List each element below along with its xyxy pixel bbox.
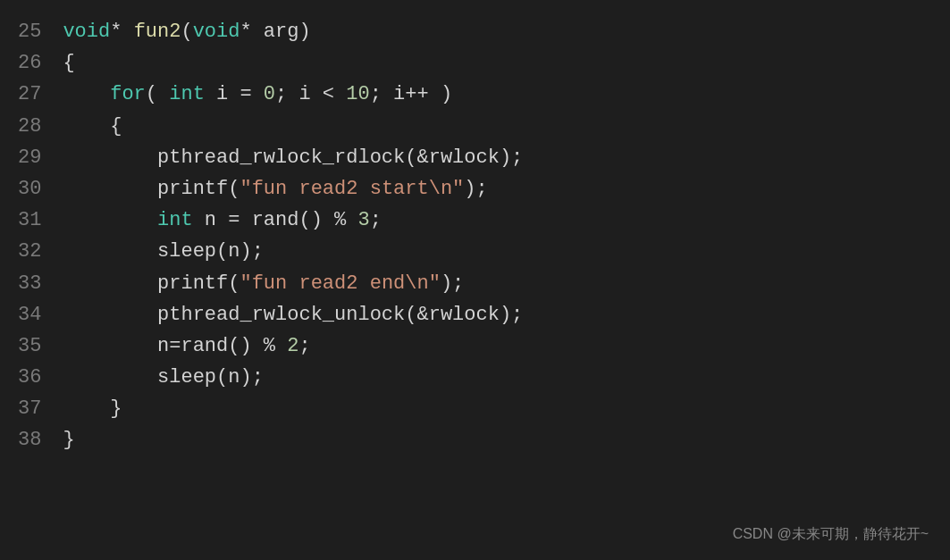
watermark: CSDN @未来可期，静待花开~ [733, 525, 929, 544]
code-token: ; [370, 209, 382, 231]
code-token: "fun read2 end\n" [240, 272, 440, 295]
line-number: 26 [0, 47, 59, 79]
code-table: 25void* fun2(void* arg)26{27 for( int i … [0, 16, 950, 456]
code-token: ; [298, 335, 310, 357]
table-row: 27 for( int i = 0; i < 10; i++ ) [0, 79, 950, 110]
line-number: 27 [0, 79, 59, 110]
line-code: } [59, 393, 950, 424]
line-number: 31 [0, 205, 59, 236]
code-token: void [193, 21, 240, 43]
code-token: printf( [63, 178, 240, 200]
line-code: n=rand() % 2; [59, 330, 950, 362]
code-token: i = [205, 83, 264, 105]
line-number: 25 [0, 16, 59, 47]
table-row: 33 printf("fun read2 end\n"); [0, 268, 950, 299]
code-token: void [63, 21, 110, 43]
line-code: { [59, 47, 950, 79]
table-row: 28 { [0, 111, 950, 142]
line-number: 29 [0, 142, 59, 173]
code-token: 10 [346, 83, 369, 105]
code-token: pthread_rwlock_unlock(&rwlock); [63, 304, 523, 326]
table-row: 29 pthread_rwlock_rdlock(&rwlock); [0, 142, 950, 173]
code-token [63, 209, 157, 231]
code-token: ); [441, 272, 464, 295]
table-row: 36 sleep(n); [0, 362, 950, 393]
line-code: pthread_rwlock_unlock(&rwlock); [59, 299, 950, 330]
code-token: fun2 [134, 21, 181, 43]
code-token: ( [181, 21, 192, 43]
code-token: 2 [287, 335, 298, 357]
line-number: 38 [0, 424, 59, 456]
code-token: } [63, 429, 74, 451]
line-code: sleep(n); [59, 236, 950, 267]
code-token: "fun read2 start\n" [240, 178, 464, 200]
code-token: int [169, 83, 205, 105]
code-token: 0 [264, 83, 275, 105]
code-token: n=rand() % [63, 335, 287, 357]
code-token: 3 [357, 209, 369, 231]
line-code: printf("fun read2 end\n"); [59, 268, 950, 299]
table-row: 31 int n = rand() % 3; [0, 205, 950, 236]
code-container: 25void* fun2(void* arg)26{27 for( int i … [0, 0, 950, 560]
table-row: 25void* fun2(void* arg) [0, 16, 950, 47]
table-row: 37 } [0, 393, 950, 424]
table-row: 32 sleep(n); [0, 236, 950, 267]
code-token: ; i++ ) [370, 83, 452, 105]
code-token: printf( [63, 272, 240, 295]
line-number: 30 [0, 173, 59, 205]
code-token: ); [464, 178, 487, 200]
line-number: 36 [0, 362, 59, 393]
code-token: ; i < [275, 83, 346, 105]
code-token: for [110, 83, 146, 105]
table-row: 38} [0, 424, 950, 456]
line-code: } [59, 424, 950, 456]
code-token: * [110, 21, 133, 43]
code-token: pthread_rwlock_rdlock(&rwlock); [63, 146, 523, 169]
line-code: sleep(n); [59, 362, 950, 393]
table-row: 26{ [0, 47, 950, 79]
line-number: 35 [0, 330, 59, 362]
table-row: 34 pthread_rwlock_unlock(&rwlock); [0, 299, 950, 330]
table-row: 30 printf("fun read2 start\n"); [0, 173, 950, 205]
line-code: int n = rand() % 3; [59, 205, 950, 236]
code-token: } [63, 397, 122, 420]
code-token: sleep(n); [63, 240, 263, 263]
code-token: * arg) [240, 21, 310, 43]
line-code: { [59, 111, 950, 142]
line-number: 28 [0, 111, 59, 142]
line-number: 32 [0, 236, 59, 267]
table-row: 35 n=rand() % 2; [0, 330, 950, 362]
code-token [63, 83, 110, 105]
code-token: { [63, 115, 122, 138]
line-number: 37 [0, 393, 59, 424]
line-code: void* fun2(void* arg) [59, 16, 950, 47]
line-number: 33 [0, 268, 59, 299]
code-token: sleep(n); [63, 366, 263, 389]
code-token: { [63, 52, 74, 74]
line-number: 34 [0, 299, 59, 330]
line-code: printf("fun read2 start\n"); [59, 173, 950, 205]
code-token: ( [146, 83, 169, 105]
line-code: pthread_rwlock_rdlock(&rwlock); [59, 142, 950, 173]
line-code: for( int i = 0; i < 10; i++ ) [59, 79, 950, 110]
code-token: int [157, 209, 193, 231]
code-token: n = rand() % [193, 209, 358, 231]
